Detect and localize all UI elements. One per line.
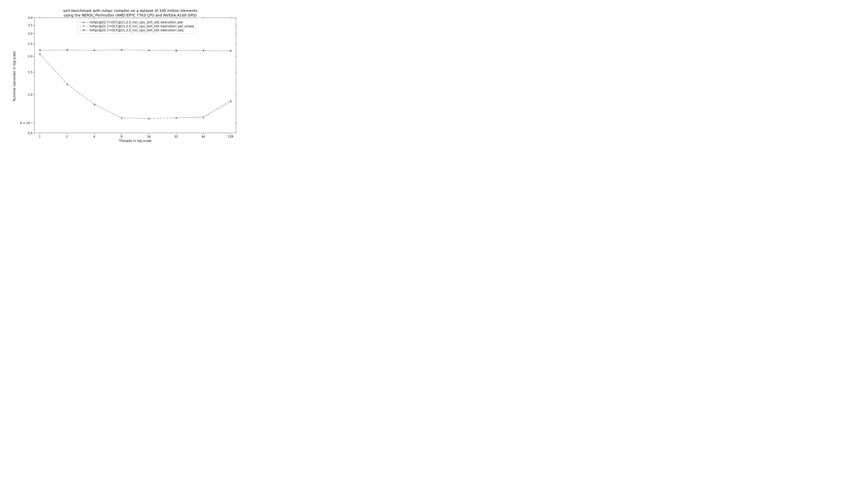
data-point-marker xyxy=(176,50,177,51)
data-point-marker xyxy=(121,49,122,51)
y-tick-mark xyxy=(33,133,34,133)
series-line xyxy=(40,54,231,119)
legend-label: nvhpc@22.7+GCC@11.2.0_nvc_cpu_sort_std::… xyxy=(90,21,183,24)
legend-swatch xyxy=(80,21,88,24)
y-tick-label: 1.5 xyxy=(28,70,33,74)
data-point-marker xyxy=(93,104,95,105)
plot-area xyxy=(34,18,236,133)
y-tick-label: 3.5 xyxy=(28,23,33,27)
data-point-marker xyxy=(66,83,68,85)
chart-title-line: sort benchmark with nvhpc compiler on a … xyxy=(63,8,197,13)
legend-label: nvhpc@22.7+GCC@11.2.0_nvc_cpu_sort_std::… xyxy=(90,24,194,28)
chart-title-line: using the NERSC Perlmutter (AMD EPYC 776… xyxy=(64,13,197,18)
x-tick-label: 4 xyxy=(93,135,95,138)
data-point-marker xyxy=(66,50,68,51)
series-line xyxy=(40,54,231,119)
data-point-marker xyxy=(148,50,150,51)
data-point-marker xyxy=(203,50,204,51)
y-tick-mark xyxy=(236,133,237,133)
x-tick-mark xyxy=(67,133,67,134)
x-tick-mark xyxy=(40,133,40,134)
data-point-marker xyxy=(148,118,150,120)
triangle-down-icon xyxy=(83,26,85,27)
legend-label: nvhpc@22.7+GCC@11.2.0_nvc_cpu_sort_std::… xyxy=(90,28,183,32)
x-tick-mark xyxy=(40,17,40,18)
data-point-marker xyxy=(121,117,123,119)
y-tick-mark xyxy=(33,72,34,72)
x-tick-label: 1 xyxy=(39,135,41,138)
data-point-marker xyxy=(230,101,231,103)
y-tick-label: 4.0 xyxy=(28,16,33,20)
series-line xyxy=(40,50,231,51)
x-tick-label: 8 xyxy=(121,135,122,138)
legend-swatch xyxy=(80,29,88,31)
x-tick-mark xyxy=(230,133,231,134)
chart-lines-svg xyxy=(35,18,236,133)
data-point-marker xyxy=(94,50,95,51)
y-tick-label: 0.5 xyxy=(28,131,33,135)
x-tick-mark xyxy=(203,17,204,18)
legend-swatch xyxy=(80,25,88,28)
y-tick-label: 1.0 xyxy=(28,93,33,96)
y-tick-label: 6 × 10⁻¹ xyxy=(20,121,33,125)
x-tick-label: 64 xyxy=(202,135,205,138)
chart-title: sort benchmark with nvhpc compiler on a … xyxy=(0,8,260,18)
legend: nvhpc@22.7+GCC@11.2.0_nvc_cpu_sort_std::… xyxy=(78,19,196,34)
data-point-marker xyxy=(39,53,41,55)
legend-entry: nvhpc@22.7+GCC@11.2.0_nvc_cpu_sort_std::… xyxy=(80,24,194,28)
data-point-marker xyxy=(203,117,204,119)
square-icon xyxy=(83,29,85,31)
data-point-marker xyxy=(230,50,231,52)
x-tick-mark xyxy=(230,17,231,18)
x-tick-label: 128 xyxy=(228,135,234,138)
y-tick-mark xyxy=(236,72,237,72)
x-tick-label: 2 xyxy=(66,135,68,138)
x-tick-label: 32 xyxy=(174,135,178,138)
x-tick-mark xyxy=(67,17,67,18)
legend-entry: nvhpc@22.7+GCC@11.2.0_nvc_cpu_sort_std::… xyxy=(80,28,194,32)
data-point-marker xyxy=(39,50,41,51)
data-point-marker xyxy=(176,117,177,119)
x-tick-mark xyxy=(203,133,204,134)
y-tick-label: 3.0 xyxy=(28,32,33,35)
triangle-up-icon xyxy=(83,22,85,23)
legend-entry: nvhpc@22.7+GCC@11.2.0_nvc_cpu_sort_std::… xyxy=(80,21,194,24)
y-tick-label: 2.5 xyxy=(28,42,33,45)
x-tick-label: 16 xyxy=(147,135,151,138)
chart-figure: sort benchmark with nvhpc compiler on a … xyxy=(0,0,260,147)
y-axis-label: Runtime (seconds) in log scale xyxy=(12,51,16,101)
x-axis-label: Threads in log scale xyxy=(34,139,236,142)
y-tick-label: 2.0 xyxy=(28,55,33,58)
